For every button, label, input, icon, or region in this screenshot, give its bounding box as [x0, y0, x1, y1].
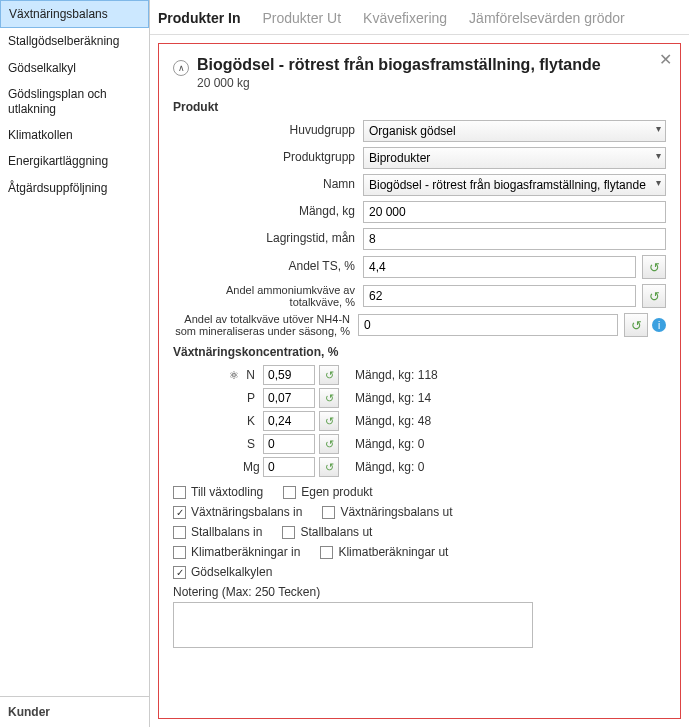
section-product-label: Produkt — [173, 100, 666, 114]
sidebar: Växtnäringsbalans Stallgödselberäkning G… — [0, 0, 150, 727]
label-vaxtkonc: Växtnäringskoncentration, % — [173, 345, 666, 359]
nutrient-input-mg[interactable] — [263, 457, 315, 477]
select-produktgrupp[interactable]: Biprodukter — [363, 147, 666, 169]
tab-kvavefixering[interactable]: Kvävefixering — [361, 6, 449, 34]
product-panel: ✕ ∧ Biogödsel - rötrest från biogasframs… — [158, 43, 681, 719]
label-andel-ammonium: Andel ammoniumkväve av totalkväve, % — [173, 284, 363, 308]
check-vnb-ut[interactable]: Växtnäringsbalans ut — [322, 505, 452, 519]
sidebar-footer-kunder[interactable]: Kunder — [0, 696, 149, 727]
nutrient-input-s[interactable] — [263, 434, 315, 454]
reset-icon[interactable]: ↺ — [319, 388, 339, 408]
select-huvudgrupp[interactable]: Organisk gödsel — [363, 120, 666, 142]
check-egen-produkt[interactable]: Egen produkt — [283, 485, 372, 499]
label-lagringstid: Lagringstid, mån — [173, 232, 363, 245]
input-andel-ammonium[interactable] — [363, 285, 636, 307]
sidebar-item-godslingsplan[interactable]: Gödslingsplan och utlakning — [0, 81, 149, 122]
label-andel-ts: Andel TS, % — [173, 260, 363, 273]
sidebar-item-vaxtnaringsbalans[interactable]: Växtnäringsbalans — [0, 0, 149, 28]
sidebar-item-klimatkollen[interactable]: Klimatkollen — [0, 122, 149, 148]
main-area: Produkter In Produkter Ut Kvävefixering … — [150, 0, 689, 727]
sidebar-item-stallgodsel[interactable]: Stallgödselberäkning — [0, 28, 149, 54]
label-huvudgrupp: Huvudgrupp — [173, 124, 363, 137]
nutrient-input-k[interactable] — [263, 411, 315, 431]
input-andel-ts[interactable] — [363, 256, 636, 278]
select-namn[interactable]: Biogödsel - rötrest från biogasframställ… — [363, 174, 666, 196]
sidebar-item-atgardsuppfoljning[interactable]: Åtgärdsuppföljning — [0, 175, 149, 201]
label-namn: Namn — [173, 178, 363, 191]
sidebar-item-godselkalkyl[interactable]: Gödselkalkyl — [0, 55, 149, 81]
check-stallbalans-ut[interactable]: Stallbalans ut — [282, 525, 372, 539]
check-godselkalkylen[interactable]: Gödselkalkylen — [173, 565, 272, 579]
reset-icon[interactable]: ↺ — [319, 365, 339, 385]
label-mangd: Mängd, kg — [173, 205, 363, 218]
label-produktgrupp: Produktgrupp — [173, 151, 363, 164]
nutrient-input-n[interactable] — [263, 365, 315, 385]
reset-icon[interactable]: ↺ — [319, 434, 339, 454]
input-mangd[interactable] — [363, 201, 666, 223]
check-klimat-in[interactable]: Klimatberäkningar in — [173, 545, 300, 559]
panel-subtitle: 20 000 kg — [197, 76, 601, 90]
reset-icon[interactable]: ↺ — [642, 284, 666, 308]
textarea-notering[interactable] — [173, 602, 533, 648]
tab-produkter-in[interactable]: Produkter In — [156, 6, 242, 34]
check-klimat-ut[interactable]: Klimatberäkningar ut — [320, 545, 448, 559]
nutrient-sym-k: K — [243, 414, 259, 428]
input-andel-totalkvave[interactable] — [358, 314, 618, 336]
label-notering: Notering (Max: 250 Tecken) — [173, 585, 666, 599]
reset-icon[interactable]: ↺ — [624, 313, 648, 337]
check-till-vaxtodling[interactable]: Till växtodling — [173, 485, 263, 499]
nutrient-sym-p: P — [243, 391, 259, 405]
molecule-icon: ⚛ — [221, 369, 239, 382]
panel-title: Biogödsel - rötrest från biogasframställ… — [197, 56, 601, 74]
check-vnb-in[interactable]: Växtnäringsbalans in — [173, 505, 302, 519]
nutrient-sym-s: S — [243, 437, 259, 451]
nutrient-sym-n: N — [243, 368, 259, 382]
info-icon[interactable]: i — [652, 318, 666, 332]
check-stallbalans-in[interactable]: Stallbalans in — [173, 525, 262, 539]
reset-icon[interactable]: ↺ — [319, 411, 339, 431]
sidebar-item-energikartlaggning[interactable]: Energikartläggning — [0, 148, 149, 174]
nutrient-grid: ⚛ N ↺ Mängd, kg: 118 P ↺ Mängd, kg: 14 K — [221, 365, 666, 477]
reset-icon[interactable]: ↺ — [642, 255, 666, 279]
reset-icon[interactable]: ↺ — [319, 457, 339, 477]
collapse-icon[interactable]: ∧ — [173, 60, 189, 76]
tab-produkter-ut[interactable]: Produkter Ut — [260, 6, 343, 34]
input-lagringstid[interactable] — [363, 228, 666, 250]
nutrient-input-p[interactable] — [263, 388, 315, 408]
tab-jamforelsevarden[interactable]: Jämförelsevärden grödor — [467, 6, 627, 34]
close-icon[interactable]: ✕ — [659, 50, 672, 69]
label-andel-totalkvave: Andel av totalkväve utöver NH4-N som min… — [173, 313, 358, 337]
nutrient-sym-mg: Mg — [243, 460, 259, 474]
tabs: Produkter In Produkter Ut Kvävefixering … — [150, 0, 689, 35]
